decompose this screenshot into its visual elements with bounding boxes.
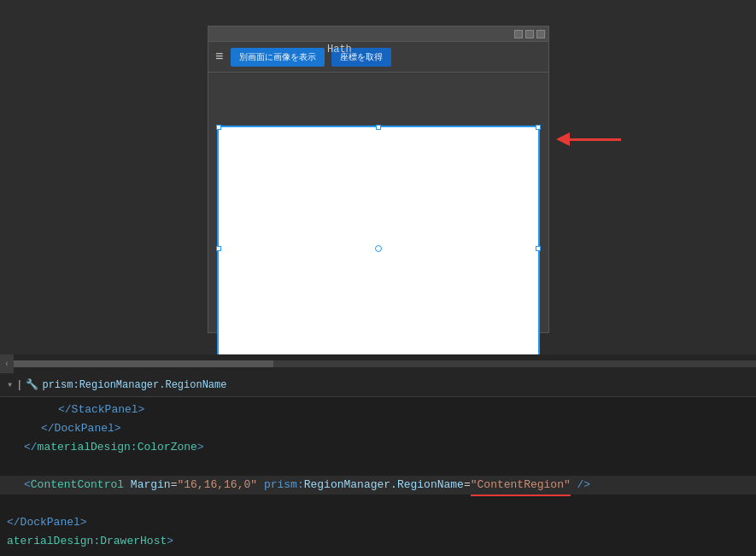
hath-label: Hath: [327, 44, 352, 56]
handle-ml[interactable]: [216, 246, 221, 251]
preview-area: ≡ 別画面に画像を表示 座標を取得 Hath: [0, 0, 756, 354]
code-line: </materialDesign:ColorZone>: [0, 438, 756, 457]
app-toolbar: ≡ 別画面に画像を表示 座標を取得: [208, 42, 548, 73]
dropdown-arrow-icon: ▾: [7, 378, 13, 391]
code-line-content-control: <ContentControl Margin="16,16,16,0" pris…: [0, 476, 756, 495]
code-token: prism:: [257, 476, 304, 495]
arrow-line: [570, 138, 621, 141]
app-window: ≡ 別画面に画像を表示 座標を取得: [208, 26, 549, 333]
code-token: </StackPanel>: [58, 401, 144, 419]
handle-mr[interactable]: [536, 246, 541, 251]
code-line: aterialDesign:DrawerHost>: [0, 532, 756, 551]
code-token: =: [171, 476, 178, 495]
dropdown-separator: |: [16, 379, 22, 391]
code-line: [0, 495, 756, 513]
code-token: <: [24, 476, 31, 495]
code-lines: </StackPanel> </DockPanel> </materialDes…: [0, 397, 756, 554]
canvas-frame: [217, 126, 540, 372]
handle-tr[interactable]: [536, 125, 541, 130]
handle-tl[interactable]: [216, 125, 221, 130]
titlebar: [208, 26, 548, 42]
titlebar-max[interactable]: [525, 30, 534, 38]
wrench-icon: 🔧: [26, 378, 38, 391]
design-canvas: [208, 119, 548, 378]
code-token: ContentControl: [31, 476, 124, 495]
code-token: </DockPanel>: [41, 419, 121, 438]
titlebar-min[interactable]: [514, 30, 523, 38]
code-token: </DockPanel>: [7, 513, 87, 532]
code-line: </StackPanel>: [0, 401, 756, 419]
scrollbar-thumb[interactable]: [14, 360, 273, 367]
code-token-content-region: "ContentRegion": [471, 476, 571, 496]
code-token: "16,16,16,0": [177, 476, 257, 495]
dropdown-text[interactable]: prism:RegionManager.RegionName: [42, 379, 226, 391]
center-handle[interactable]: [375, 245, 382, 252]
show-image-button[interactable]: 別画面に画像を表示: [231, 48, 325, 67]
scroll-left-button[interactable]: ‹: [0, 354, 14, 373]
code-line: </DockPanel>: [0, 419, 756, 438]
scrollbar-area: ‹: [0, 354, 756, 373]
code-token: =: [464, 476, 471, 495]
scrollbar-track[interactable]: [14, 360, 756, 367]
code-token: />: [571, 476, 590, 495]
code-token-margin: Margin: [124, 476, 171, 495]
code-token: aterialDesign:DrawerHost: [7, 532, 167, 551]
code-token: >: [167, 532, 173, 551]
code-line: </DockPanel>: [0, 513, 756, 532]
hamburger-icon[interactable]: ≡: [215, 50, 224, 65]
arrow-head: [556, 132, 570, 146]
titlebar-close[interactable]: [536, 30, 545, 38]
code-token: >: [197, 438, 204, 457]
code-token: RegionManager.RegionName: [304, 476, 464, 495]
code-token: materialDesign:ColorZone: [38, 438, 197, 457]
code-token: </: [24, 438, 38, 457]
code-editor: ▾ | 🔧 prism:RegionManager.RegionName </S…: [0, 373, 756, 556]
handle-tc[interactable]: [376, 125, 381, 130]
red-arrow: [556, 132, 621, 146]
code-line: [0, 457, 756, 476]
code-dropdown-bar: ▾ | 🔧 prism:RegionManager.RegionName: [0, 373, 756, 397]
